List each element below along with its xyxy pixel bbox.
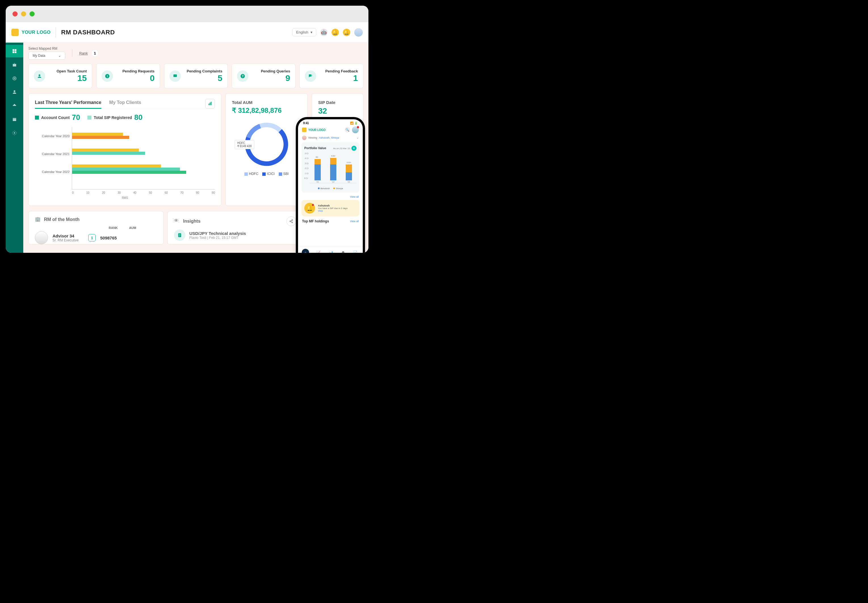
rm-month-title: RM of the Month [44,217,157,222]
logo-mark [11,29,19,36]
nav-dashboard[interactable] [6,45,23,57]
alert-card[interactable]: 🔔 Ashutosh You have a SIP due in 2 days … [301,200,359,216]
mobile-avatar[interactable] [352,127,359,133]
app-header: YOUR LOGO RM DASHBOARD English ▾ 🤖 🔔 🔔 [6,22,368,43]
help-icon: ? [237,70,248,82]
insight-item[interactable]: USD/JPY Technical analysisFlavio Tosti |… [174,229,296,241]
rm-rank-badge: 1 [88,234,96,241]
svg-point-19 [292,220,293,221]
mobile-frame: 9:41 📶 🔋 YOUR LOGO 🔍 Viewing Ashutosh, S… [298,119,363,253]
svg-point-6 [14,90,15,92]
rank-label[interactable]: Rank [79,51,88,56]
home-icon: ⌂ [302,249,309,253]
svg-rect-1 [15,49,17,51]
sip-label: SIP Date [318,100,357,105]
insights-panel: 👁 Insights USD/JPY Technical analysisFla… [168,211,302,244]
nav-hands[interactable] [6,99,23,112]
share-button[interactable] [287,216,296,226]
chevron-down-icon: ▾ [310,30,313,34]
svg-point-8 [14,132,15,134]
nav-calendar[interactable] [6,113,23,125]
sidenav [6,43,23,253]
stat-pending-requests[interactable]: Pending Requests0 [96,63,160,88]
alert-view-link[interactable]: View [318,210,348,212]
svg-point-21 [292,222,293,223]
performance-panel: Last Three Years' Performance My Top Cli… [28,93,221,206]
svg-rect-13 [209,104,210,105]
user-icon [34,70,45,82]
nav-target[interactable] [6,72,23,85]
stat-open-tasks[interactable]: Open Task Count15 [28,63,92,88]
nav-home[interactable]: ⌂Home [302,249,309,253]
legend-square-icon [35,116,39,119]
umbrella-icon: ☂ [339,249,347,253]
chart-toggle-button[interactable] [205,99,215,108]
nav-briefcase[interactable] [6,59,23,71]
aum-legend: HDFC ICICI SBI [232,172,301,176]
donut-tooltip: HDFC ₹ 6149 438 [235,140,254,149]
rm-row[interactable]: Advisor 34Sr. RM Executive 1 5098765 [35,231,157,244]
feedback-icon [305,70,316,82]
viewing-avatar [302,136,307,140]
svg-rect-15 [211,102,212,105]
aum-value: ₹ 312,82,98,876 [232,107,301,114]
rm-month-panel: 🏢 RM of the Month RANKAUM Advisor 34Sr. … [28,211,163,244]
chat-icon [170,70,181,82]
insights-title: Insights [183,219,284,224]
advisor-avatar [35,231,48,244]
svg-rect-3 [15,51,17,53]
portfolio-chart: .5 Cr.4 Cr.3 Cr.2 Cr.1 Cr0 Cr 4Cr'214.2C… [304,153,356,183]
svg-rect-14 [210,102,211,105]
tab-performance[interactable]: Last Three Years' Performance [35,100,101,109]
view-all-link[interactable]: View all [350,195,359,198]
doc-icon: 📄 [352,249,359,253]
svg-text:?: ? [242,74,244,77]
maximize-window-dot[interactable] [29,11,35,17]
viewing-selector[interactable]: Viewing Ashutosh, Shreya ⌄ [298,135,363,142]
avatar[interactable] [354,28,363,37]
document-icon [174,229,185,241]
nav-loan[interactable]: 📊Loan [327,249,335,253]
close-window-dot[interactable] [12,11,18,17]
bot-icon[interactable]: 🤖 [320,29,328,36]
svg-point-4 [13,77,16,80]
top-mf-title: Top MF holdings [302,219,329,223]
mapped-rm-select[interactable]: My Data ⌄ [28,52,65,60]
aum-label: Total AUM [232,100,301,105]
nav-settings[interactable] [6,127,23,139]
bell-icon[interactable]: 🔔 [331,29,339,36]
building-icon: 🏢 [35,216,41,223]
titlebar [6,6,368,22]
minimize-window-dot[interactable] [21,11,26,17]
question-icon [102,70,113,82]
language-value: English [296,30,308,34]
nav-insurance[interactable]: ☂Insurance [339,249,347,253]
bell-icon-2[interactable]: 🔔 [343,29,350,36]
chevron-down-icon: ⌄ [58,54,61,58]
tab-top-clients[interactable]: My Top Clients [109,100,141,109]
stat-pending-feedback[interactable]: Pending Feedback1 [299,63,363,88]
svg-rect-0 [12,49,14,51]
search-button[interactable]: 🔍 [345,127,350,133]
svg-point-20 [290,221,291,222]
svg-point-5 [14,78,15,79]
language-select[interactable]: English ▾ [292,28,316,36]
stat-pending-complaints[interactable]: Pending Complaints5 [164,63,228,88]
desktop-window: YOUR LOGO RM DASHBOARD English ▾ 🤖 🔔 🔔 [6,6,368,253]
mapped-rm-label: Select Mapped RM [28,46,65,51]
chart-xlabel: RMS [35,196,215,199]
eye-icon: 👁 [174,218,180,224]
page-title: RM DASHBOARD [61,29,115,36]
aum-donut-chart: HDFC ₹ 6149 438 [232,120,301,169]
performance-chart: Calendar Year 2020Calendar Year 2021Cale… [35,127,215,189]
nav-investment[interactable]: 📈Investment [313,249,323,253]
sip-value: 32 [318,107,357,116]
nav-user[interactable] [6,86,23,98]
stat-pending-queries[interactable]: ? Pending Queries9 [231,63,296,88]
filter-button[interactable]: ▼ [352,146,356,151]
legend-square-icon [88,116,91,119]
nav-reports[interactable]: 📄Reports [352,249,359,253]
trend-icon: 📈 [315,249,322,253]
svg-rect-2 [12,51,14,53]
view-all-link[interactable]: View all [350,220,359,223]
